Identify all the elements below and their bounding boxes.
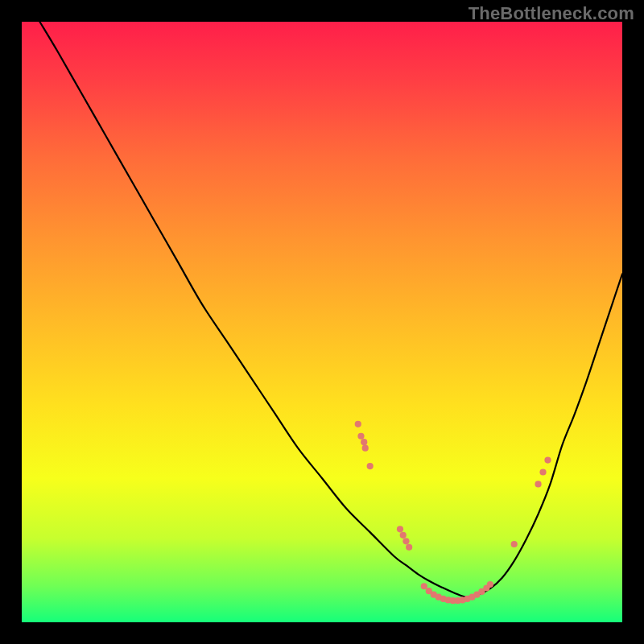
data-marker: [362, 445, 369, 452]
data-marker: [400, 532, 407, 539]
data-marker: [397, 526, 403, 532]
plot-area: [22, 22, 622, 622]
data-marker: [487, 581, 493, 588]
data-marker: [367, 463, 374, 469]
data-marker: [544, 456, 551, 463]
data-markers: [355, 421, 551, 605]
bottleneck-curve: [39, 22, 622, 597]
data-marker: [539, 469, 546, 475]
data-marker: [535, 481, 541, 487]
data-marker: [355, 421, 361, 427]
data-marker: [402, 538, 409, 544]
data-marker: [406, 544, 412, 551]
data-marker: [421, 583, 427, 589]
curve-svg: [22, 22, 622, 622]
data-marker: [511, 541, 518, 547]
chart-container: TheBottleneck.com: [0, 0, 644, 644]
data-marker: [361, 439, 367, 445]
data-marker: [357, 433, 364, 440]
watermark-text: TheBottleneck.com: [469, 3, 634, 24]
